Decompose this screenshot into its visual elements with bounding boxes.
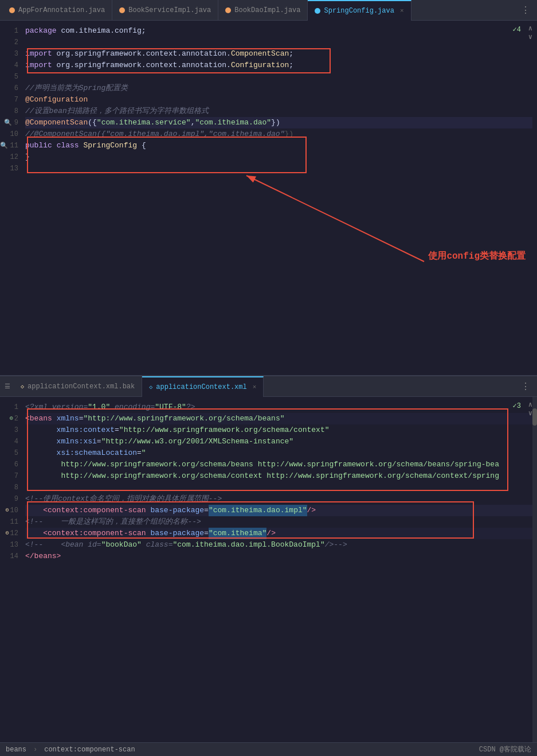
- b-code-line-10: <context:component-scan base-package = "…: [25, 505, 532, 516]
- b-line-num-11: 11: [0, 516, 18, 528]
- nav-arrows-bottom: ∧ ∨: [528, 400, 532, 418]
- gutter-icon-12: ⊙: [6, 528, 9, 539]
- annotation-text-top: 使用config类替换配置: [428, 250, 526, 263]
- tab-label: BookServiceImpl.java: [128, 6, 211, 14]
- up-arrow-icon[interactable]: ∧: [528, 24, 532, 33]
- b-code-line-5: xsi:schemaLocation = ": [25, 447, 532, 459]
- tab-bookserviceimpl[interactable]: BookServiceImpl.java: [112, 0, 218, 21]
- b-line-num-1: 1: [0, 402, 18, 413]
- line-num-10: 10: [0, 128, 18, 140]
- close-icon-bottom[interactable]: ×: [253, 384, 257, 391]
- scrollbar-thumb-bottom[interactable]: [532, 408, 537, 426]
- tab-label: BookDaoImpl.java: [234, 6, 300, 14]
- down-arrow-icon[interactable]: ∨: [528, 33, 532, 41]
- code-line-4: import org.springframework.context.annot…: [25, 60, 532, 71]
- b-code-line-13: <!-- <bean id= "bookDao" class= "com.ith…: [25, 539, 532, 551]
- b-code-line-6: http://www.springframework.org/schema/be…: [25, 459, 532, 470]
- top-tab-bar: AppForAnnotation.java BookServiceImpl.ja…: [0, 0, 537, 21]
- file-list-icon: ☰: [2, 383, 14, 390]
- check-count-bottom: ✓3: [513, 402, 521, 410]
- b-line-num-3: 3: [0, 424, 18, 436]
- status-bar: beans › context:component-scan CSDN @客院载…: [0, 742, 537, 756]
- code-area-top: 1 2 3 4 5 6 7 8 🔍9 10 🔍11 12 13 package …: [0, 21, 537, 354]
- line-numbers-bottom: 1 ⊙2 3 4 5 6 7 8 9 ⊙10 11 ⊙12 13 14: [0, 397, 23, 732]
- b-line-num-8: 8: [0, 482, 18, 493]
- line-num-12: 12: [0, 151, 18, 163]
- b-code-line-8: [25, 482, 532, 493]
- code-line-6: //声明当前类为Spring配置类: [25, 83, 532, 94]
- xml-file-icon-bak: ◇: [21, 383, 24, 390]
- down-arrow-icon-bottom[interactable]: ∨: [528, 409, 532, 418]
- b-line-num-12-gutter: ⊙12: [0, 528, 18, 539]
- breadcrumb-separator: ›: [33, 746, 37, 754]
- line-num-5: 5: [0, 71, 18, 83]
- b-code-line-12: <context:component-scan base-package = "…: [25, 528, 532, 539]
- b-line-num-5: 5: [0, 447, 18, 459]
- gutter-run-icon-11: 🔍: [0, 140, 8, 151]
- code-line-3: import org.springframework.context.annot…: [25, 48, 532, 60]
- top-editor: ✓4 ∧ ∨ 1 2 3 4 5 6 7 8 🔍9 10 🔍11 12 13 p…: [0, 21, 537, 376]
- up-arrow-icon-bottom[interactable]: ∧: [528, 400, 532, 409]
- b-code-line-3: xmlns:context = "http://www.springframew…: [25, 424, 532, 436]
- java-file-icon: [119, 7, 125, 13]
- code-line-13: [25, 163, 532, 174]
- java-file-icon: [225, 7, 231, 13]
- more-tabs-button[interactable]: ⋮: [516, 5, 535, 16]
- more-tabs-button-bottom[interactable]: ⋮: [516, 381, 535, 392]
- bottom-tab-bar: ☰ ◇ applicationContext.xml.bak ◇ applica…: [0, 376, 537, 397]
- b-line-num-4: 4: [0, 436, 18, 447]
- line-num-11-gutter: 🔍11: [0, 140, 18, 151]
- code-content-top[interactable]: package com.itheima.config; import org.s…: [23, 21, 537, 354]
- code-line-9: @ComponentScan ({ "com.itheima.service" …: [25, 117, 532, 128]
- tab-label-xml: applicationContext.xml: [156, 383, 246, 391]
- b-code-line-1: <?xml version= "1.0" encoding= "UTF-8" ?…: [25, 402, 532, 413]
- tab-appctx-xml[interactable]: ◇ applicationContext.xml ×: [142, 376, 264, 397]
- nav-arrows-top: ∧ ∨: [528, 24, 532, 41]
- xml-file-icon-active: ◇: [149, 384, 152, 391]
- java-file-icon: [9, 7, 15, 13]
- b-code-line-9: <!--使用context命名空间，指明对象的具体所属范围-->: [25, 493, 532, 505]
- b-code-line-2: <beans xmlns = "http://www.springframewo…: [25, 413, 532, 424]
- tab-springconfig[interactable]: SpringConfig.java ×: [308, 0, 411, 21]
- code-area-bottom: 1 ⊙2 3 4 5 6 7 8 9 ⊙10 11 ⊙12 13 14 <?xm…: [0, 397, 537, 732]
- line-numbers-top: 1 2 3 4 5 6 7 8 🔍9 10 🔍11 12 13: [0, 21, 23, 354]
- code-line-2: [25, 37, 532, 48]
- code-line-11: public class SpringConfig {: [25, 140, 532, 151]
- line-num-8: 8: [0, 106, 18, 117]
- b-line-num-7: 7: [0, 470, 18, 482]
- tab-appforannotation[interactable]: AppForAnnotation.java: [2, 0, 112, 21]
- b-code-line-4: xmlns:xsi = "http://www.w3.org/2001/XMLS…: [25, 436, 532, 447]
- b-line-num-14: 14: [0, 551, 18, 562]
- bottom-editor: ✓3 ∧ ∨ 1 ⊙2 3 4 5 6 7 8 9 ⊙10 11 ⊙12 13 …: [0, 397, 537, 753]
- tab-bookdaoimpl[interactable]: BookDaoImpl.java: [218, 0, 308, 21]
- tab-label-bak: applicationContext.xml.bak: [28, 383, 135, 391]
- b-code-line-7: http://www.springframework.org/schema/co…: [25, 470, 532, 482]
- tab-appctx-bak[interactable]: ◇ applicationContext.xml.bak: [14, 376, 142, 397]
- b-line-num-6: 6: [0, 459, 18, 470]
- status-breadcrumb-root: beans: [6, 746, 26, 754]
- gutter-icon-2: ⊙: [10, 413, 13, 424]
- status-right-text: CSDN @客院载论: [479, 745, 531, 754]
- close-icon[interactable]: ×: [400, 7, 404, 14]
- status-breadcrumb-item: context:component-scan: [44, 746, 135, 754]
- line-num-9-gutter: 🔍9: [0, 117, 18, 128]
- line-num-1: 1: [0, 25, 18, 37]
- code-line-10: //@ComponentScan({"com.itheima.dao.impl"…: [25, 128, 532, 140]
- scrollbar-track-bottom[interactable]: [532, 397, 537, 753]
- line-num-3: 3: [0, 48, 18, 60]
- b-line-num-13: 13: [0, 539, 18, 551]
- line-num-13: 13: [0, 163, 18, 174]
- line-num-2: 2: [0, 37, 18, 48]
- code-line-12: }: [25, 151, 532, 163]
- tab-label: AppForAnnotation.java: [18, 6, 105, 14]
- code-content-bottom[interactable]: <?xml version= "1.0" encoding= "UTF-8" ?…: [23, 397, 537, 732]
- gutter-icon-10: ⊙: [6, 505, 9, 516]
- code-line-8: //设置bean扫描路径，多个路径书写为字符串数组格式: [25, 106, 532, 117]
- code-line-1: package com.itheima.config;: [25, 25, 532, 37]
- line-num-7: 7: [0, 94, 18, 106]
- b-line-num-9: 9: [0, 493, 18, 505]
- gutter-run-icon-9: 🔍: [4, 117, 12, 128]
- b-line-num-2-gutter: ⊙2: [0, 413, 18, 424]
- code-line-5: [25, 71, 532, 83]
- line-num-6: 6: [0, 83, 18, 94]
